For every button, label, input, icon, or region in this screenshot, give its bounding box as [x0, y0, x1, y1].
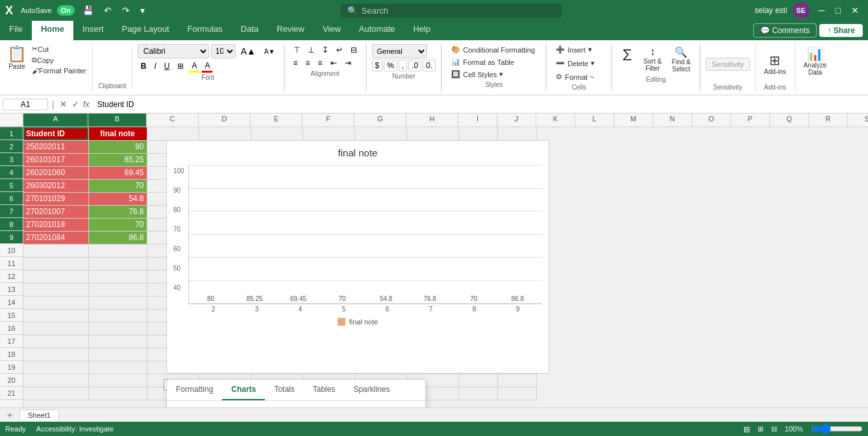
cell-a8[interactable]: 270201018	[23, 218, 88, 231]
decrease-indent-button[interactable]: ⇤	[327, 57, 340, 69]
sort-filter-button[interactable]: ↕ Sort &Filter	[639, 44, 665, 75]
font-color-button[interactable]: A	[201, 60, 213, 73]
cell-e1[interactable]	[251, 127, 303, 140]
qa-tab-sparklines[interactable]: Sparklines	[344, 380, 399, 400]
paste-button[interactable]: 📋 Paste	[4, 43, 30, 72]
col-header-b[interactable]: B	[88, 114, 147, 127]
cell-b8[interactable]: 70	[88, 218, 147, 231]
row-header-16[interactable]: 16	[0, 322, 23, 335]
conditional-formatting-button[interactable]: 🎨 Conditional Formatting	[447, 44, 540, 55]
row-header-1[interactable]: 1	[0, 127, 23, 140]
row-header-9[interactable]: 9	[0, 231, 23, 244]
bold-button[interactable]: B	[138, 60, 150, 72]
font-size-select[interactable]: 10	[211, 44, 236, 58]
customize-qat-icon[interactable]: ▾	[138, 4, 147, 17]
delete-button[interactable]: ➖ Delete ▾	[552, 58, 606, 69]
analyze-data-button[interactable]: 📊 AnalyzeData	[800, 44, 830, 78]
autosave-toggle[interactable]: On	[57, 5, 75, 16]
cell-b9[interactable]: 86.8	[88, 231, 147, 244]
merge-center-button[interactable]: ⊟	[347, 44, 360, 56]
row-header-11[interactable]: 11	[0, 257, 23, 270]
cell-f1[interactable]	[303, 127, 354, 140]
col-header-p[interactable]: P	[731, 114, 770, 127]
align-middle-button[interactable]: ⊥	[304, 44, 317, 56]
font-name-select[interactable]: Calibri	[138, 44, 209, 58]
minimize-button[interactable]: ─	[815, 5, 829, 16]
close-button[interactable]: ✕	[847, 5, 863, 16]
tab-home[interactable]: Home	[32, 21, 73, 40]
cell-a4[interactable]: 260201060	[23, 166, 88, 179]
cell-b3[interactable]: 85.25	[88, 153, 147, 166]
qa-tab-tables[interactable]: Tables	[304, 380, 345, 400]
row-header-21[interactable]: 21	[0, 387, 23, 400]
sheet-tab-sheet1[interactable]: Sheet1	[19, 409, 59, 420]
view-layout-icon[interactable]: ⊞	[758, 425, 763, 433]
redo-icon[interactable]: ↷	[119, 4, 132, 17]
user-avatar[interactable]: SE	[793, 2, 810, 19]
cell-g1[interactable]	[354, 127, 406, 140]
row-header-14[interactable]: 14	[0, 296, 23, 309]
cell-a1[interactable]: Student ID	[23, 127, 88, 140]
cell-a7[interactable]: 270201007	[23, 205, 88, 218]
sensitivity-button[interactable]: Sensitivity	[706, 58, 750, 71]
wrap-text-button[interactable]: ↵	[333, 44, 346, 56]
find-select-button[interactable]: 🔍 Find &Select	[668, 44, 694, 75]
search-input[interactable]	[362, 6, 543, 16]
format-button[interactable]: ⚙ Format ~	[552, 71, 606, 82]
row-header-4[interactable]: 4	[0, 166, 23, 179]
row-header-3[interactable]: 3	[0, 153, 23, 166]
comments-button[interactable]: 💬 Comments	[753, 23, 817, 38]
col-header-g[interactable]: G	[354, 114, 406, 127]
col-header-n[interactable]: N	[653, 114, 692, 127]
row-header-10[interactable]: 10	[0, 244, 23, 257]
formula-input[interactable]	[95, 100, 865, 109]
share-button[interactable]: ↑ Share	[819, 24, 863, 37]
col-header-e[interactable]: E	[251, 114, 303, 127]
increase-indent-button[interactable]: ⇥	[341, 57, 354, 69]
tab-file[interactable]: File	[0, 21, 32, 40]
row-header-15[interactable]: 15	[0, 309, 23, 322]
qa-tab-charts[interactable]: Charts	[222, 380, 265, 400]
zoom-level[interactable]: 100%	[785, 425, 803, 433]
col-header-q[interactable]: Q	[770, 114, 809, 127]
increase-decimal-button[interactable]: 0.	[423, 60, 436, 71]
align-top-button[interactable]: ⊤	[290, 44, 303, 56]
comma-button[interactable]: ,	[399, 60, 407, 71]
confirm-formula-icon[interactable]: ✓	[71, 99, 81, 109]
cell-b6[interactable]: 54.8	[88, 192, 147, 205]
cell-b5[interactable]: 70	[88, 179, 147, 192]
col-header-h[interactable]: H	[406, 114, 458, 127]
cell-a2[interactable]: 250202011	[23, 140, 88, 153]
view-normal-icon[interactable]: ▤	[743, 425, 750, 433]
autosum-button[interactable]: Σ	[617, 44, 637, 75]
cell-b2[interactable]: 80	[88, 140, 147, 153]
cell-c1[interactable]	[147, 127, 199, 140]
row-header-5[interactable]: 5	[0, 179, 23, 192]
tab-formulas[interactable]: Formulas	[179, 21, 232, 40]
cell-a6[interactable]: 270101029	[23, 192, 88, 205]
cancel-formula-icon[interactable]: ✕	[58, 99, 68, 109]
row-header-20[interactable]: 20	[0, 374, 23, 387]
tab-insert[interactable]: Insert	[73, 21, 113, 40]
insert-button[interactable]: ➕ Insert ▾	[552, 44, 606, 55]
format-as-table-button[interactable]: 📊 Format as Table	[447, 56, 540, 67]
cell-a5[interactable]: 260302012	[23, 179, 88, 192]
decrease-decimal-button[interactable]: .0	[408, 60, 421, 71]
cell-j1[interactable]	[497, 127, 536, 140]
underline-button[interactable]: U	[161, 60, 173, 72]
tab-review[interactable]: Review	[267, 21, 314, 40]
row-header-13[interactable]: 13	[0, 283, 23, 296]
row-header-19[interactable]: 19	[0, 361, 23, 374]
cell-d1[interactable]	[199, 127, 251, 140]
cell-a3[interactable]: 260101017	[23, 153, 88, 166]
cell-reference-box[interactable]	[3, 99, 48, 110]
align-right-button[interactable]: ≡	[315, 57, 326, 69]
row-header-2[interactable]: 2	[0, 140, 23, 153]
view-pagebreak-icon[interactable]: ⊟	[771, 425, 777, 433]
col-header-i[interactable]: I	[458, 114, 497, 127]
format-painter-button[interactable]: 🖌 Format Painter	[30, 66, 88, 75]
col-header-m[interactable]: M	[614, 114, 653, 127]
col-header-s[interactable]: S	[848, 114, 868, 127]
percent-button[interactable]: %	[384, 60, 397, 71]
shrink-font-button[interactable]: A▼	[261, 47, 279, 56]
